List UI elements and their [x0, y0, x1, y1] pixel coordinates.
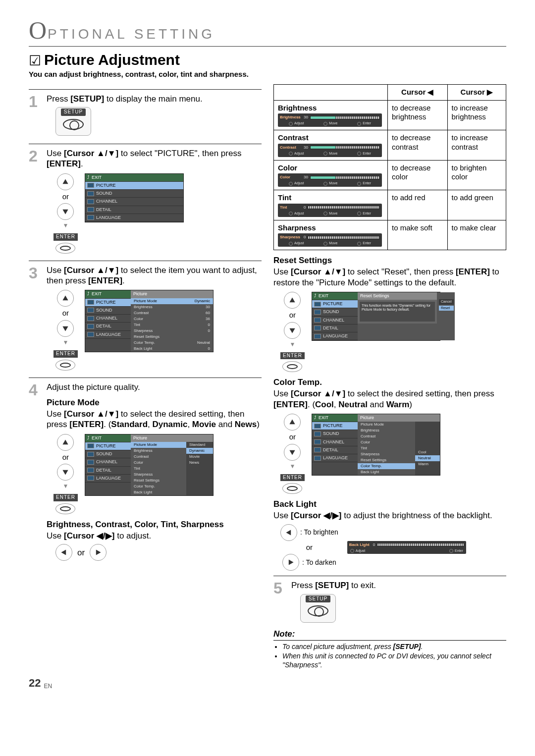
slider-brightness: Brightness30 AdjustMoveEnter — [278, 113, 382, 127]
or-label: or — [62, 192, 69, 202]
setup-eye-icon — [63, 119, 84, 130]
up-arrow-icon — [57, 290, 74, 307]
th-cursor-right: Cursor ▶ — [447, 84, 506, 100]
down-arrow-icon — [57, 464, 74, 481]
page-title-row: ☑ Picture Adjustment — [29, 51, 506, 69]
note-heading: Note: — [273, 629, 506, 641]
or-label: or — [62, 309, 69, 318]
backlight-graphic: : To brighten or : To darken Back Light0… — [280, 524, 506, 571]
enter-label: ENTER — [280, 352, 305, 360]
page-subtitle: You can adjust brightness, contrast, col… — [29, 70, 506, 79]
left-arrow-icon — [280, 524, 297, 541]
page-lang: EN — [44, 683, 52, 690]
header-rest: PTIONAL SETTING — [48, 25, 215, 43]
slider-color: Color30 AdjustMoveEnter — [278, 173, 382, 187]
down-arrow-icon — [284, 444, 301, 461]
nav-graphic-pm: or ▼ ENTER ⤴ EXIT PICTURE SOUND CHANNEL … — [54, 434, 262, 514]
note-item: To cancel picture adjustment, press [SET… — [282, 643, 506, 651]
up-arrow-icon — [57, 173, 74, 190]
nav-graphic-3: or ▼ ENTER ⤴ EXIT PICTURE SOUND CHANNEL … — [54, 290, 262, 370]
enter-button-icon — [282, 483, 302, 494]
step-num-4: 4 — [29, 382, 43, 564]
backlight-heading: Back Light — [273, 499, 506, 509]
step-num-5: 5 — [273, 580, 287, 625]
svg-marker-8 — [290, 297, 295, 302]
step-5: 5 Press [SETUP] to exit. SETUP — [273, 576, 506, 625]
or-label: or — [289, 311, 296, 320]
svg-marker-6 — [61, 550, 66, 555]
svg-marker-13 — [289, 560, 294, 565]
enter-button-icon — [55, 360, 75, 371]
osd-item: PICTURE — [85, 182, 183, 190]
slider-tint: Tint0 AdjustMoveEnter — [278, 204, 382, 217]
nav-graphic-reset: or ▼ ENTER ⤴ EXIT PICTURE SOUND CHANNEL … — [280, 292, 506, 372]
step-1: 1 Press [SETUP] to display the main menu… — [29, 89, 262, 139]
osd-picture-items: ⤴ EXIT PICTURE SOUND CHANNEL DETAIL LANG… — [85, 290, 214, 352]
table-row: Tint Tint0 AdjustMoveEnter to add redto … — [274, 190, 506, 220]
left-arrow-icon — [55, 544, 72, 561]
svg-marker-4 — [63, 439, 68, 444]
osd-item: SOUND — [85, 190, 183, 198]
svg-marker-9 — [290, 328, 295, 333]
enter-button-icon — [55, 243, 75, 254]
osd-item: CHANNEL — [85, 198, 183, 206]
down-chevron-icon: ▼ — [290, 341, 296, 348]
svg-marker-2 — [63, 296, 68, 301]
svg-marker-10 — [290, 419, 295, 424]
right-column: Cursor ◀Cursor ▶ Brightness Brightness30… — [273, 84, 506, 671]
down-chevron-icon: ▼ — [63, 339, 69, 346]
table-row: Color Color30 AdjustMoveEnter to decreas… — [274, 160, 506, 190]
or-label: or — [62, 453, 69, 462]
bcct-heading: Brightness, Contrast, Color, Tint, Sharp… — [47, 519, 262, 530]
page-number: 22 — [29, 676, 41, 690]
step-3: 3 Use [Cursor ▲/▼] to select the item yo… — [29, 261, 262, 373]
reset-desc: Use [Cursor ▲/▼] to select "Reset", then… — [273, 267, 506, 288]
enter-label: ENTER — [280, 474, 305, 482]
down-chevron-icon: ▼ — [63, 483, 69, 490]
nav-graphic-2: or ▼ ENTER ⤴ EXIT PICTURE SOUND CHANNEL … — [54, 173, 262, 254]
checkbox-icon: ☑ — [29, 52, 41, 69]
step-3-text: Use [Cursor ▲/▼] to select the item you … — [47, 266, 257, 285]
osd-reset: ⤴ EXIT PICTURE SOUND CHANNEL DETAIL LANG… — [312, 292, 440, 341]
svg-marker-5 — [63, 470, 68, 475]
svg-marker-7 — [96, 550, 101, 555]
svg-marker-11 — [290, 450, 295, 455]
or-label: or — [289, 432, 296, 442]
enter-label: ENTER — [54, 350, 78, 358]
enter-label: ENTER — [54, 233, 78, 241]
down-arrow-icon — [57, 203, 74, 220]
right-arrow-icon — [90, 544, 107, 561]
setup-label: SETUP — [306, 595, 330, 603]
th-cursor-left: Cursor ◀ — [388, 84, 448, 100]
page-footer: 22 EN — [29, 676, 506, 690]
backlight-left-label: : To brighten — [300, 528, 338, 537]
backlight-desc: Use [Cursor ◀/▶] to adjust the brightnes… — [273, 510, 506, 521]
picture-mode-heading: Picture Mode — [47, 397, 262, 408]
table-row: Contrast Contrast30 AdjustMoveEnter to d… — [274, 130, 506, 161]
reset-heading: Reset Settings — [273, 255, 506, 266]
osd-item: LANGUAGE — [85, 214, 183, 222]
colortemp-heading: Color Temp. — [273, 377, 506, 387]
left-column: 1 Press [SETUP] to display the main menu… — [29, 84, 262, 671]
down-chevron-icon: ▼ — [290, 463, 296, 470]
osd-exit: ⤴ EXIT — [85, 174, 183, 182]
step-2: 2 Use [Cursor ▲/▼] to select "PICTURE", … — [29, 144, 262, 256]
step-4: 4 Adjust the picture quality. Picture Mo… — [29, 378, 262, 564]
right-arrow-icon — [282, 554, 299, 571]
down-arrow-icon — [284, 322, 301, 339]
up-arrow-icon — [284, 414, 301, 431]
setup-button-graphic: SETUP — [300, 594, 336, 623]
step-num-3: 3 — [29, 265, 43, 373]
adjustment-table: Cursor ◀Cursor ▶ Brightness Brightness30… — [273, 84, 506, 250]
backlight-right-label: : To darken — [302, 558, 336, 567]
step-1-text: Press [SETUP] to display the main menu. — [47, 94, 203, 104]
osd-item: DETAIL — [85, 206, 183, 214]
enter-button-icon — [55, 503, 75, 514]
header-o: O — [29, 15, 48, 46]
colortemp-desc: Use [Cursor ▲/▼] to select the desired s… — [273, 388, 506, 410]
note-list: To cancel picture adjustment, press [SET… — [273, 643, 506, 670]
setup-button-graphic: SETUP — [55, 107, 91, 136]
bcct-desc: Use [Cursor ◀/▶] to adjust. — [47, 531, 262, 541]
table-row: Sharpness Sharpness0 AdjustMoveEnter to … — [274, 220, 506, 250]
step-4-text: Adjust the picture quality. — [47, 382, 140, 392]
